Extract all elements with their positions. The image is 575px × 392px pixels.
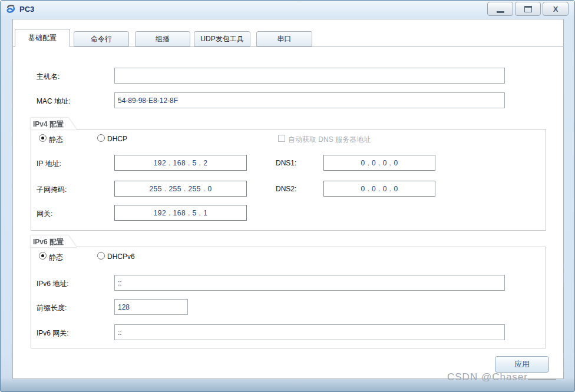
ensp-app-icon xyxy=(6,4,16,14)
window-controls: X xyxy=(487,2,569,16)
ipv4-dhcp-label: DHCP xyxy=(107,135,127,143)
subnet-mask-input[interactable] xyxy=(114,181,247,197)
mac-input[interactable] xyxy=(114,92,505,108)
mac-label: MAC 地址: xyxy=(37,97,70,107)
minimize-button[interactable] xyxy=(487,2,513,16)
ip-address-input[interactable] xyxy=(114,155,247,171)
ipv6-group-label: IPv6 配置 xyxy=(31,235,77,247)
close-icon: X xyxy=(553,5,559,13)
dhcpv6-radio[interactable] xyxy=(97,252,105,260)
close-button[interactable]: X xyxy=(543,2,569,16)
hostname-label: 主机名: xyxy=(37,72,60,82)
watermark-underline xyxy=(528,379,556,380)
ipv4-group-tab: IPv4 配置 xyxy=(31,118,77,129)
ipv6-gateway-input[interactable] xyxy=(114,324,505,340)
window-title: PC3 xyxy=(19,5,34,14)
ipv4-static-radio[interactable] xyxy=(39,134,47,142)
watermark: CSDN @Chaser xyxy=(447,371,556,383)
dns-auto-checkbox xyxy=(278,135,285,142)
watermark-text: CSDN @Chaser xyxy=(447,371,528,383)
tab-udp-tool[interactable]: UDP发包工具 xyxy=(194,31,250,46)
ipv4-group-label: IPv4 配置 xyxy=(31,118,77,129)
dialog-panel: 基础配置 命令行 组播 UDP发包工具 串口 主机名: MAC 地址: IPv4… xyxy=(12,19,564,379)
ipv6-address-input[interactable] xyxy=(114,275,505,291)
maximize-button[interactable] xyxy=(515,2,541,16)
ipv6-address-label: IPv6 地址: xyxy=(37,279,69,289)
ipv4-static-label: 静态 xyxy=(49,135,63,145)
tab-serial-port[interactable]: 串口 xyxy=(256,31,312,46)
dns1-input[interactable] xyxy=(323,155,435,171)
tab-divider xyxy=(13,46,563,47)
dns2-label: DNS2: xyxy=(276,185,296,193)
hostname-input[interactable] xyxy=(114,68,505,84)
dns2-input[interactable] xyxy=(323,181,435,197)
ipv6-static-label: 静态 xyxy=(49,253,63,263)
ip-address-label: IP 地址: xyxy=(37,159,61,169)
ipv4-dhcp-radio[interactable] xyxy=(97,134,105,142)
dns1-label: DNS1: xyxy=(276,159,296,167)
dns-auto-label: 自动获取 DNS 服务器地址 xyxy=(288,135,371,145)
subnet-mask-label: 子网掩码: xyxy=(37,185,67,195)
gateway-label: 网关: xyxy=(37,209,52,219)
title-bar[interactable]: PC3 X xyxy=(1,1,574,18)
window: PC3 X 基础配置 命令行 组播 UDP发包工具 串口 主机名: MAC 地址… xyxy=(0,0,575,392)
tab-basic-config[interactable]: 基础配置 xyxy=(15,29,70,47)
ipv6-gateway-label: IPv6 网关: xyxy=(37,328,69,338)
tab-multicast[interactable]: 组播 xyxy=(135,31,190,46)
ipv6-static-radio[interactable] xyxy=(39,252,47,260)
prefix-length-input[interactable] xyxy=(114,299,188,315)
minimize-icon xyxy=(497,11,504,13)
dhcpv6-label: DHCPv6 xyxy=(107,253,135,261)
gateway-input[interactable] xyxy=(114,205,247,221)
prefix-length-label: 前缀长度: xyxy=(37,303,67,313)
tab-command-line[interactable]: 命令行 xyxy=(74,31,129,46)
maximize-icon xyxy=(524,6,532,12)
ipv6-group-tab: IPv6 配置 xyxy=(31,235,77,247)
apply-button[interactable]: 应用 xyxy=(495,356,549,373)
